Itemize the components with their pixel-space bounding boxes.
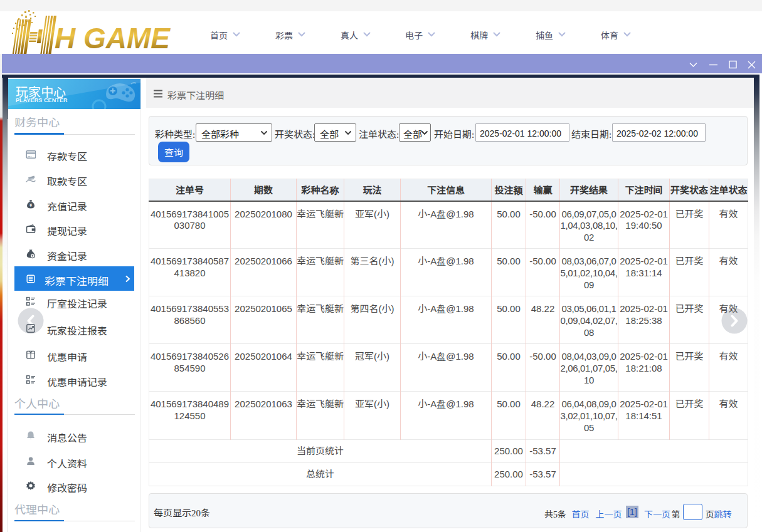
svg-text:H GAME: H GAME <box>55 22 171 54</box>
